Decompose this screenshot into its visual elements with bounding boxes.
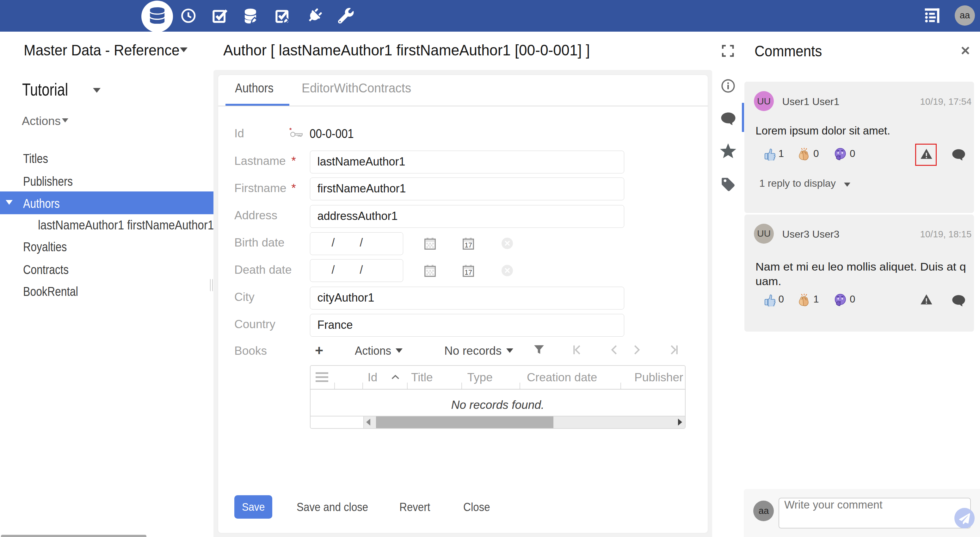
svg-text:*: *: [290, 128, 292, 133]
svg-text:17: 17: [465, 268, 472, 276]
svg-text:17: 17: [465, 241, 472, 249]
